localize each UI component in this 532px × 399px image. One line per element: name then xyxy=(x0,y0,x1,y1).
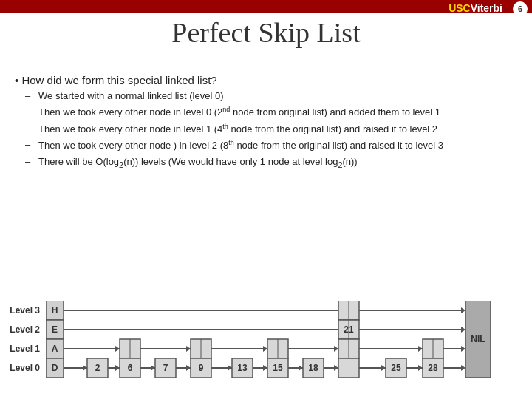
sub-bullets-list: We started with a normal linked list (le… xyxy=(31,89,517,170)
main-bullet: • How did we form this special linked li… xyxy=(15,74,517,86)
svg-marker-62 xyxy=(186,365,191,371)
svg-text:13: 13 xyxy=(237,363,248,373)
sub-bullet-1: We started with a normal linked list (le… xyxy=(31,89,517,103)
svg-text:H: H xyxy=(52,305,58,316)
svg-text:2: 2 xyxy=(95,363,100,373)
skip-list-diagram: Level 3 Level 2 Level 1 Level 0 H E A D … xyxy=(7,301,525,386)
svg-marker-42 xyxy=(461,327,466,332)
svg-text:D: D xyxy=(52,363,58,373)
svg-text:15: 15 xyxy=(273,363,283,373)
svg-marker-60 xyxy=(151,365,155,371)
svg-marker-70 xyxy=(334,365,338,371)
svg-marker-54 xyxy=(461,346,466,352)
level-2-label: Level 2 xyxy=(7,320,43,339)
svg-marker-39 xyxy=(461,307,466,313)
svg-marker-68 xyxy=(299,365,303,371)
diagram-svg: H E A D 2 6 7 9 13 15 xyxy=(46,301,532,378)
svg-marker-44 xyxy=(115,346,120,352)
svg-marker-56 xyxy=(83,365,87,371)
level-3-label: Level 3 xyxy=(7,301,43,320)
level-labels: Level 3 Level 2 Level 1 Level 0 xyxy=(7,301,43,378)
sub-bullet-4: Then we took every other node ) in level… xyxy=(31,138,517,153)
svg-marker-58 xyxy=(115,365,120,371)
svg-text:25: 25 xyxy=(391,363,401,373)
svg-marker-46 xyxy=(186,346,191,352)
svg-rect-29 xyxy=(338,358,359,378)
slide-number: 6 xyxy=(513,1,528,16)
svg-marker-74 xyxy=(418,365,423,371)
svg-marker-76 xyxy=(461,365,466,371)
svg-text:E: E xyxy=(52,324,58,335)
svg-marker-52 xyxy=(418,346,423,352)
svg-marker-48 xyxy=(263,346,267,352)
svg-text:A: A xyxy=(52,344,58,354)
svg-text:7: 7 xyxy=(163,363,168,373)
slide-title: Perfect Skip List xyxy=(0,16,532,49)
content-area: • How did we form this special linked li… xyxy=(15,74,517,172)
svg-marker-50 xyxy=(334,346,338,352)
sub-bullet-5: There will be O(log2(n)) levels (We woul… xyxy=(31,155,517,171)
svg-text:6: 6 xyxy=(128,363,133,373)
svg-text:NIL: NIL xyxy=(471,334,485,344)
svg-text:28: 28 xyxy=(428,363,438,373)
svg-text:9: 9 xyxy=(199,363,204,373)
svg-marker-64 xyxy=(228,365,232,371)
svg-marker-66 xyxy=(263,365,267,371)
sub-bullet-3: Then we took every other node in level 1… xyxy=(31,122,517,137)
svg-text:18: 18 xyxy=(308,363,318,373)
level-0-label: Level 0 xyxy=(7,358,43,378)
level-1-label: Level 1 xyxy=(7,339,43,358)
logo-text: USCViterbi xyxy=(449,2,502,14)
sub-bullet-2: Then we took every other node in level 0… xyxy=(31,105,517,120)
svg-marker-72 xyxy=(381,365,386,371)
